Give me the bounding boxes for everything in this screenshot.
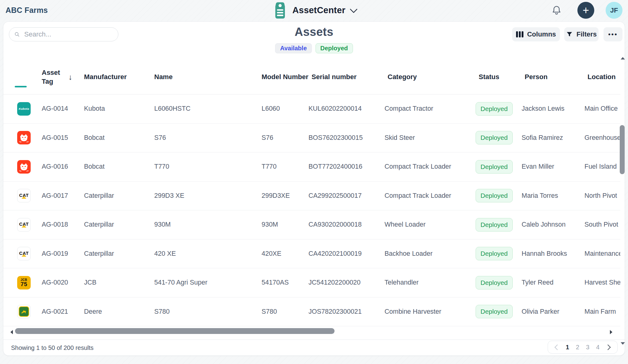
table-row[interactable]: AG-0021 Deere S780 S780 JOS78202300021 C… — [3, 297, 620, 327]
bobcat-logo — [17, 160, 31, 174]
column-header-serial-number[interactable]: Serial number — [312, 73, 388, 82]
status-filter-pills: Available Deployed — [3, 43, 625, 53]
scroll-up-arrow-icon[interactable] — [621, 57, 625, 59]
category-cell: Compact Track Loader — [385, 192, 476, 200]
asset-tag-cell: AG-0020 — [42, 279, 84, 286]
tag-logo-icon — [272, 2, 288, 19]
deere-logo — [17, 305, 31, 318]
notifications-button[interactable] — [551, 5, 562, 16]
chevron-left-icon — [554, 344, 560, 350]
person-cell: Hannah Brooks — [522, 250, 584, 258]
table-row[interactable]: AG-0015 Bobcat S76 S76 BOS76202300015 Sk… — [3, 124, 620, 153]
category-cell: Combine Harvester — [385, 308, 476, 316]
status-badge: Deployed — [476, 160, 513, 174]
table-row[interactable]: Kubota AG-0014 Kubota L6060HSTC L6060 KU… — [3, 94, 620, 124]
serial-cell: JOS78202300021 — [308, 308, 385, 316]
serial-cell: JC541202200020 — [308, 279, 385, 286]
bell-icon — [551, 5, 562, 16]
name-cell: 541-70 Agri Super — [154, 279, 262, 286]
status-badge: Deployed — [476, 276, 513, 289]
assets-panel: Assets Available Deployed Columns Filter… — [3, 21, 625, 356]
plus-icon: + — [583, 5, 589, 16]
model-cell: 420XE — [262, 250, 308, 258]
filters-button-label: Filters — [576, 30, 597, 38]
scroll-right-arrow-icon[interactable] — [610, 330, 612, 334]
category-cell: Skid Steer — [385, 134, 476, 142]
model-cell: L6060 — [262, 105, 308, 113]
ellipsis-icon: ••• — [608, 31, 618, 38]
app-screen: ABC Farms AssetCenter + JF — [0, 0, 628, 364]
pagination-next-button[interactable] — [603, 341, 613, 353]
bobcat-logo — [17, 131, 31, 144]
pagination-prev-button[interactable] — [552, 341, 562, 353]
filter-pill-available[interactable]: Available — [275, 43, 312, 53]
column-header-manufacturer[interactable]: Manufacturer — [84, 73, 154, 82]
model-cell: T770 — [262, 163, 308, 171]
pagination: 1 2 3 4 — [548, 341, 618, 354]
scroll-left-arrow-icon[interactable] — [10, 330, 13, 334]
pagination-page-2[interactable]: 2 — [572, 341, 583, 353]
horizontal-scrollbar[interactable] — [3, 328, 620, 336]
table-body: Kubota AG-0014 Kubota L6060HSTC L6060 KU… — [3, 94, 620, 326]
add-asset-button[interactable]: + — [577, 2, 594, 19]
more-options-button[interactable]: ••• — [603, 27, 622, 41]
person-cell: Evan Miller — [522, 163, 584, 171]
status-badge: Deployed — [476, 305, 513, 318]
app-switcher[interactable]: AssetCenter — [272, 0, 355, 20]
column-header-person[interactable]: Person — [525, 73, 588, 82]
asset-tag-cell: AG-0015 — [42, 134, 84, 142]
pagination-page-3[interactable]: 3 — [583, 341, 593, 353]
filters-button[interactable]: Filters — [564, 27, 599, 41]
table-row[interactable]: AG-0016 Bobcat T770 T770 BOT77202400016 … — [3, 152, 620, 182]
table-row[interactable]: CAT AG-0019 Caterpillar 420 XE 420XE CA4… — [3, 239, 620, 269]
name-cell: 299D3 XE — [154, 192, 262, 200]
column-header-asset-tag[interactable]: Asset Tag ↓ — [42, 68, 84, 86]
pagination-page-1[interactable]: 1 — [562, 341, 572, 353]
location-cell: South Pivot — [584, 221, 620, 228]
asset-tag-cell: AG-0016 — [42, 163, 84, 171]
asset-tag-cell: AG-0018 — [42, 221, 84, 228]
manufacturer-cell: JCB — [84, 279, 154, 286]
horizontal-scrollbar-thumb[interactable] — [15, 328, 335, 334]
location-cell: Greenhouse — [584, 134, 620, 142]
jcb-logo: JCB 75 — [17, 276, 31, 289]
kubota-logo: Kubota — [17, 102, 31, 116]
columns-button[interactable]: Columns — [512, 27, 560, 41]
model-cell: S76 — [262, 134, 308, 142]
serial-cell: CA930202000018 — [308, 221, 385, 228]
name-cell: S76 — [154, 134, 262, 142]
vertical-scrollbar[interactable] — [618, 56, 627, 348]
app-name: AssetCenter — [292, 5, 345, 15]
sort-desc-icon[interactable]: ↓ — [68, 72, 72, 82]
manufacturer-cell: Deere — [84, 308, 154, 316]
table-row[interactable]: CAT AG-0018 Caterpillar 930M 930M CA9302… — [3, 210, 620, 239]
serial-cell: CA420202100019 — [308, 250, 385, 258]
column-header-status[interactable]: Status — [479, 73, 525, 82]
top-bar: ABC Farms AssetCenter + JF — [0, 0, 628, 20]
chevron-down-icon — [350, 5, 358, 13]
name-cell: 930M — [154, 221, 262, 228]
column-header-name[interactable]: Name — [154, 73, 262, 82]
manufacturer-cell: Bobcat — [84, 134, 154, 142]
user-avatar[interactable]: JF — [606, 2, 622, 19]
avatar-initials: JF — [610, 6, 618, 14]
filter-funnel-icon — [566, 31, 573, 38]
chevron-right-icon — [605, 344, 611, 350]
location-cell: North Pivot — [584, 192, 620, 200]
table-row[interactable]: CAT AG-0017 Caterpillar 299D3 XE 299D3XE… — [3, 182, 620, 211]
column-header-location[interactable]: Location — [588, 73, 620, 82]
person-cell: Maria Torres — [522, 192, 584, 200]
column-header-model-number[interactable]: Model Number — [262, 73, 312, 82]
filter-pill-deployed[interactable]: Deployed — [316, 43, 353, 53]
pagination-page-4[interactable]: 4 — [593, 341, 603, 353]
column-header-category[interactable]: Category — [388, 73, 479, 82]
location-cell: Main Farm — [584, 308, 620, 316]
name-cell: S780 — [154, 308, 262, 316]
table-footer: Showing 1 to 50 of 200 results 1 2 3 4 — [3, 339, 625, 356]
category-cell: Wheel Loader — [385, 221, 476, 228]
vertical-scrollbar-thumb[interactable] — [620, 125, 625, 174]
manufacturer-cell: Bobcat — [84, 163, 154, 171]
person-cell: Sofia Ramirez — [522, 134, 584, 142]
table-row[interactable]: JCB 75 AG-0020 JCB 541-70 Agri Super 541… — [3, 268, 620, 297]
status-badge: Deployed — [476, 189, 513, 202]
